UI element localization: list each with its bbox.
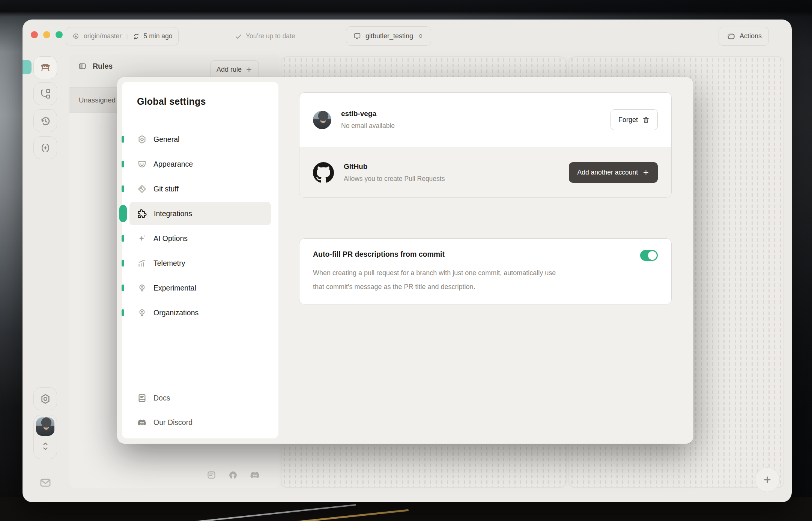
nav-label: Telemetry	[153, 259, 185, 268]
app-window: origin/master | 5 min ago You’re up to d…	[23, 20, 792, 502]
bulb-icon	[137, 283, 147, 293]
nav-label: Integrations	[154, 209, 192, 218]
discord-icon[interactable]	[250, 470, 260, 480]
feedback-mail-button[interactable]	[33, 471, 57, 494]
settings-rail-button[interactable]	[33, 387, 57, 410]
nav-marker	[122, 136, 124, 143]
open-source-icon[interactable]	[228, 470, 238, 480]
nav-item-experimental[interactable]: Experimental	[129, 276, 271, 300]
chevron-up-down-icon	[41, 440, 50, 453]
check-icon	[235, 33, 242, 40]
github-subtitle: Allows you to create Pull Requests	[344, 175, 445, 183]
nav-label: Experimental	[153, 284, 196, 292]
nav-marker	[122, 285, 124, 291]
autofill-toggle[interactable]	[640, 250, 658, 261]
docs-label: Docs	[153, 394, 170, 402]
nav-item-general[interactable]: General	[129, 128, 271, 151]
panel-footer-links	[206, 470, 260, 480]
add-account-label: Add another account	[577, 169, 638, 176]
github-account-row: estib-vega No email available Forget	[299, 93, 671, 147]
nav-label: Appearance	[153, 160, 193, 169]
chart-icon	[137, 258, 147, 268]
pill-divider: |	[125, 33, 128, 40]
settings-title: Global settings	[137, 96, 206, 107]
sync-status-label: You’re up to date	[246, 32, 295, 40]
fetch-icon	[72, 32, 80, 40]
nav-marker	[122, 309, 124, 316]
puzzle-icon	[137, 208, 147, 219]
docs-link[interactable]: Docs	[122, 390, 278, 405]
add-rule-button[interactable]: Add rule	[210, 60, 259, 78]
actions-label: Actions	[740, 32, 762, 40]
nav-marker	[122, 161, 124, 167]
github-title: GitHub	[344, 163, 445, 171]
nav-item-organizations[interactable]: Organizations	[129, 301, 271, 324]
add-rule-label: Add rule	[217, 66, 242, 74]
sync-status: You’re up to date	[235, 27, 295, 45]
hexagon-nut-icon	[137, 134, 147, 145]
last-fetch-time: 5 min ago	[144, 32, 173, 40]
user-menu[interactable]	[33, 415, 57, 459]
project-selector[interactable]: gitbutler_testing	[346, 26, 431, 46]
minimize-window-button[interactable]	[43, 31, 50, 38]
history-clock-icon	[39, 115, 51, 127]
ai-actions-rail-button[interactable]	[33, 136, 57, 159]
book-icon	[137, 393, 147, 403]
autofill-description: When creating a pull request for a branc…	[313, 266, 568, 294]
nav-item-git-stuff[interactable]: Git stuff	[129, 177, 271, 200]
nav-item-ai-options[interactable]: AI Options	[129, 227, 271, 250]
nav-item-integrations[interactable]: Integrations	[129, 202, 271, 225]
nav-marker	[122, 260, 124, 267]
zoom-window-button[interactable]	[56, 31, 63, 38]
discord-icon	[137, 417, 147, 428]
branches-icon	[39, 88, 51, 100]
gear-hexagon-icon	[39, 393, 51, 405]
history-rail-button[interactable]	[33, 109, 57, 132]
nav-marker	[122, 185, 124, 192]
desktop-wallpaper: origin/master | 5 min ago You’re up to d…	[0, 0, 812, 521]
changelog-icon[interactable]	[206, 470, 217, 480]
add-account-button[interactable]: Add another account	[569, 162, 658, 183]
sync-icon	[132, 33, 140, 40]
project-icon	[353, 32, 361, 40]
git-diamond-icon	[137, 184, 147, 194]
settings-content: estib-vega No email available Forget	[299, 77, 672, 444]
trash-icon	[642, 116, 650, 124]
bulb-icon	[137, 308, 147, 318]
nav-item-appearance[interactable]: Appearance	[129, 152, 271, 176]
chevron-up-down-icon	[417, 33, 424, 39]
settings-nav-panel: Global settings General	[122, 82, 278, 438]
canvas-zoom-in-button[interactable]	[755, 467, 780, 492]
global-settings-modal: Global settings General	[117, 77, 693, 444]
project-name: gitbutler_testing	[365, 32, 413, 40]
actions-button[interactable]: Actions	[719, 27, 769, 46]
discord-link[interactable]: Our Discord	[122, 415, 278, 430]
accounts-card: estib-vega No email available Forget	[299, 92, 672, 198]
window-controls	[31, 31, 63, 38]
nav-marker	[122, 235, 124, 242]
nav-item-telemetry[interactable]: Telemetry	[129, 251, 271, 275]
unassigned-label: Unassigned	[79, 96, 116, 104]
section-divider	[299, 217, 672, 217]
discord-label: Our Discord	[153, 418, 192, 427]
actions-sparkle-icon	[726, 31, 736, 41]
account-email-status: No email available	[341, 122, 395, 130]
forget-account-button[interactable]: Forget	[611, 109, 658, 130]
nav-label: Git stuff	[153, 185, 179, 193]
account-username: estib-vega	[341, 110, 395, 118]
autofill-title: Auto-fill PR descriptions from commit	[313, 250, 445, 259]
nav-label: Organizations	[153, 309, 198, 317]
workspace-rail-button[interactable]	[33, 56, 57, 79]
branch-sync-pill[interactable]: origin/master | 5 min ago	[66, 27, 179, 45]
ai-sparkle-brackets-icon	[39, 142, 51, 154]
sparkle-icon	[137, 233, 147, 244]
forget-label: Forget	[618, 116, 638, 124]
user-avatar[interactable]	[36, 417, 54, 436]
nav-label: AI Options	[153, 234, 188, 243]
road-line	[263, 509, 409, 521]
settings-nav-list: General Appearance	[122, 128, 278, 326]
close-window-button[interactable]	[31, 31, 38, 38]
autofill-pr-card: Auto-fill PR descriptions from commit Wh…	[299, 238, 672, 304]
project-tab-indicator	[23, 60, 32, 74]
branches-rail-button[interactable]	[33, 82, 57, 105]
